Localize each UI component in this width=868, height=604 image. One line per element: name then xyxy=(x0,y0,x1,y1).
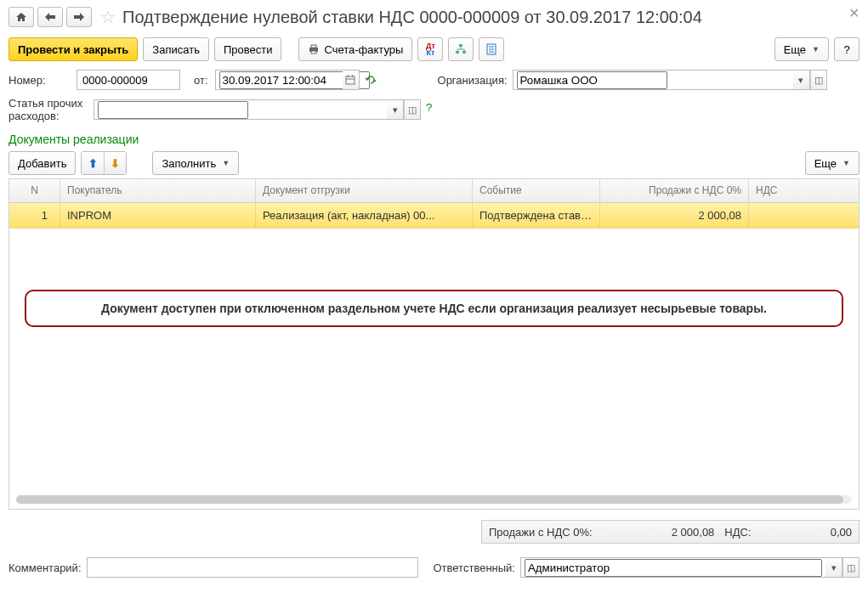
table-more-button[interactable]: Еще▼ xyxy=(805,151,859,175)
grid-header: N Покупатель Документ отгрузки Событие П… xyxy=(9,179,859,203)
horizontal-scrollbar[interactable] xyxy=(16,495,852,504)
section-title: Документы реализации xyxy=(9,129,859,151)
move-group: ⬆ ⬇ xyxy=(81,151,127,175)
svg-rect-10 xyxy=(346,76,355,84)
svg-rect-2 xyxy=(311,51,316,54)
table-row[interactable]: 1 INPROM Реализация (акт, накладная) 00.… xyxy=(9,203,859,229)
calendar-icon[interactable] xyxy=(343,70,360,90)
summary-sales-label: Продажи с НДС 0%: xyxy=(489,526,593,539)
help-button[interactable]: ? xyxy=(834,37,859,61)
svg-rect-13 xyxy=(352,75,353,77)
invoices-label: Счета-фактуры xyxy=(324,43,403,56)
org-select[interactable]: ▾ ◫ xyxy=(513,70,827,90)
post-button[interactable]: Провести xyxy=(214,37,282,61)
dtkt-button[interactable]: ДтКт xyxy=(417,37,443,61)
fill-label: Заполнить xyxy=(162,157,216,170)
footer-row: Комментарий: Ответственный: ▾ ◫ xyxy=(9,557,859,578)
home-button[interactable] xyxy=(9,7,34,27)
move-down-button[interactable]: ⬇ xyxy=(104,152,126,174)
expense-label-1: Статья прочих xyxy=(9,97,94,110)
report-button[interactable] xyxy=(479,37,504,61)
svg-rect-5 xyxy=(462,51,466,54)
forward-button[interactable] xyxy=(66,7,92,27)
documents-grid: N Покупатель Документ отгрузки Событие П… xyxy=(9,178,859,510)
table-toolbar: Добавить ⬆ ⬇ Заполнить▼ Еще▼ xyxy=(9,151,859,175)
command-bar: Провести и закрыть Записать Провести Сче… xyxy=(0,34,868,70)
summary-box: Продажи с НДС 0%: 2 000,08 НДС: 0,00 xyxy=(481,520,859,544)
from-label: от: xyxy=(194,74,208,87)
summary-vat-label: НДС: xyxy=(724,526,751,539)
more-label: Еще xyxy=(784,43,806,56)
save-button[interactable]: Записать xyxy=(143,37,209,61)
col-doc[interactable]: Документ отгрузки xyxy=(256,179,473,202)
col-vat[interactable]: НДС xyxy=(749,179,859,202)
favorite-star-icon[interactable]: ☆ xyxy=(100,7,116,27)
move-up-button[interactable]: ⬆ xyxy=(82,152,104,174)
fill-button[interactable]: Заполнить▼ xyxy=(152,151,239,175)
post-label: Провести xyxy=(224,43,273,56)
expense-label-2: расходов: xyxy=(9,110,94,122)
svg-rect-3 xyxy=(459,44,462,47)
info-banner: Документ доступен при отключенном раздел… xyxy=(25,290,843,327)
refresh-icon[interactable] xyxy=(365,74,377,86)
cell-event: Подтверждена ставк... xyxy=(473,203,600,228)
comment-input[interactable] xyxy=(87,557,418,578)
tree-icon xyxy=(455,43,467,55)
summary-vat-value: 0,00 xyxy=(831,526,852,539)
col-buyer[interactable]: Покупатель xyxy=(60,179,256,202)
dtkt-icon: ДтКт xyxy=(426,42,435,56)
add-label: Добавить xyxy=(18,157,66,170)
cell-buyer: INPROM xyxy=(60,203,256,228)
resp-label: Ответственный: xyxy=(434,562,515,574)
expense-open-icon[interactable]: ◫ xyxy=(404,99,421,120)
expense-help-icon[interactable]: ? xyxy=(426,101,432,114)
number-label: Номер: xyxy=(9,74,77,87)
summary-sales-value: 2 000,08 xyxy=(672,526,715,539)
cell-doc: Реализация (акт, накладная) 00... xyxy=(256,203,473,228)
help-label: ? xyxy=(843,43,849,56)
col-event[interactable]: Событие xyxy=(473,179,600,202)
back-button[interactable] xyxy=(37,7,63,27)
list-icon xyxy=(486,43,496,55)
invoices-button[interactable]: Счета-фактуры xyxy=(298,37,412,61)
comment-label: Комментарий: xyxy=(9,562,82,574)
cell-vat xyxy=(749,203,859,228)
org-open-icon[interactable]: ◫ xyxy=(810,70,827,90)
col-n[interactable]: N xyxy=(9,179,60,202)
svg-rect-4 xyxy=(456,51,459,54)
svg-rect-12 xyxy=(348,75,349,77)
save-label: Записать xyxy=(152,43,200,56)
add-button[interactable]: Добавить xyxy=(9,151,76,175)
date-input[interactable] xyxy=(215,70,360,90)
resp-dropdown-icon[interactable]: ▾ xyxy=(825,557,842,578)
summary-row: Продажи с НДС 0%: 2 000,08 НДС: 0,00 xyxy=(9,520,859,544)
org-dropdown-icon[interactable]: ▾ xyxy=(793,70,810,90)
table-more-label: Еще xyxy=(814,157,837,170)
more-button[interactable]: Еще▼ xyxy=(774,37,829,61)
title-bar: ☆ Подтверждение нулевой ставки НДС 0000-… xyxy=(0,0,868,34)
expense-row: Статья прочих расходов: ▾ ◫ ? xyxy=(9,97,859,122)
col-sales[interactable]: Продажи с НДС 0% xyxy=(600,179,749,202)
post-and-close-label: Провести и закрыть xyxy=(18,43,128,56)
resp-select[interactable]: ▾ ◫ xyxy=(520,557,859,578)
expense-select[interactable]: ▾ ◫ xyxy=(94,99,421,120)
structure-button[interactable] xyxy=(448,37,474,61)
cell-sales: 2 000,08 xyxy=(600,203,749,228)
svg-rect-1 xyxy=(311,45,316,48)
number-input[interactable] xyxy=(77,70,180,90)
number-date-row: Номер: от: Организация: ▾ ◫ xyxy=(9,70,859,90)
post-and-close-button[interactable]: Провести и закрыть xyxy=(9,37,138,61)
printer-icon xyxy=(308,43,320,55)
close-icon[interactable]: ✕ xyxy=(848,5,859,21)
cell-n: 1 xyxy=(9,203,60,228)
expense-dropdown-icon[interactable]: ▾ xyxy=(387,99,404,120)
org-label: Организация: xyxy=(438,74,508,87)
page-title: Подтверждение нулевой ставки НДС 0000-00… xyxy=(122,8,702,27)
resp-open-icon[interactable]: ◫ xyxy=(842,557,859,578)
